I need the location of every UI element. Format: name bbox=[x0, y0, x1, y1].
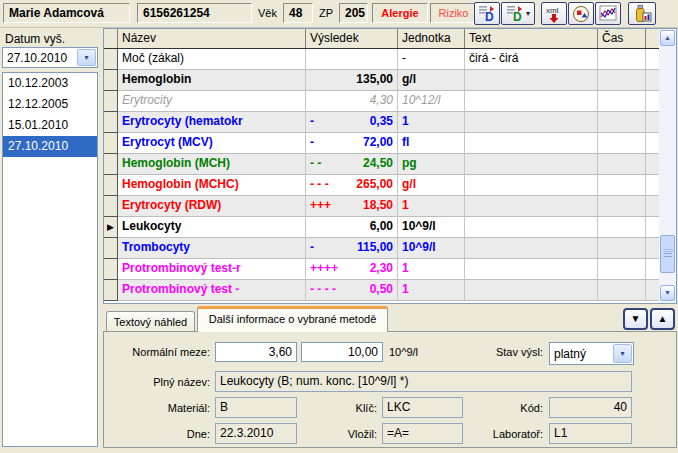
result-name-cell[interactable]: Hemoglobin (MCH) bbox=[118, 154, 306, 175]
result-unit-cell[interactable]: g/l bbox=[398, 175, 465, 196]
status-combobox[interactable]: platný ▾ bbox=[549, 342, 634, 365]
header-text[interactable]: Text bbox=[465, 29, 598, 48]
result-text-cell[interactable] bbox=[465, 238, 598, 259]
result-name-cell[interactable]: Protrombinový test-r bbox=[118, 259, 306, 280]
expand-panel-button[interactable]: ▲ bbox=[650, 308, 675, 330]
date-list-item[interactable]: 27.10.2010 bbox=[3, 136, 97, 157]
result-text-cell[interactable] bbox=[465, 280, 598, 301]
allergy-indicator[interactable]: Alergie bbox=[372, 3, 428, 23]
normal-range-high-input[interactable]: 10,00 bbox=[301, 342, 383, 362]
normal-range-low-input[interactable]: 3,60 bbox=[215, 342, 297, 362]
result-text-cell[interactable] bbox=[465, 154, 598, 175]
table-row[interactable]: Protrombinový test -- - - -0,501 bbox=[104, 280, 659, 301]
result-time-cell[interactable] bbox=[598, 70, 646, 91]
result-unit-cell[interactable]: 1 bbox=[398, 280, 465, 301]
results-scrollbar[interactable]: ▲ ▼ bbox=[659, 29, 676, 303]
result-name-cell[interactable]: Moč (zákal) bbox=[118, 49, 306, 70]
table-row[interactable]: Hemoglobin135,00g/l bbox=[104, 70, 659, 91]
table-row[interactable]: Moč (zákal)-čirá - čirá bbox=[104, 49, 659, 70]
lab-field[interactable]: L1 bbox=[549, 423, 632, 444]
result-text-cell[interactable] bbox=[465, 133, 598, 154]
result-value-cell[interactable]: - - - -0,50 bbox=[306, 280, 398, 301]
row-selector[interactable] bbox=[104, 175, 118, 196]
report-d-blue-button[interactable]: D bbox=[474, 2, 500, 25]
row-selector[interactable] bbox=[104, 49, 118, 70]
code-field[interactable]: 40 bbox=[549, 397, 632, 418]
result-unit-cell[interactable]: - bbox=[398, 49, 465, 70]
risk-indicator[interactable]: Riziko bbox=[430, 3, 477, 23]
result-value-cell[interactable] bbox=[306, 49, 398, 70]
result-time-cell[interactable] bbox=[598, 112, 646, 133]
header-nazev[interactable]: Název bbox=[118, 29, 306, 48]
row-selector[interactable] bbox=[104, 238, 118, 259]
result-value-cell[interactable]: -115,00 bbox=[306, 238, 398, 259]
image-diagram-button[interactable] bbox=[568, 2, 594, 25]
result-time-cell[interactable] bbox=[598, 154, 646, 175]
date-field[interactable]: 22.3.2010 bbox=[215, 423, 297, 444]
result-time-cell[interactable] bbox=[598, 133, 646, 154]
table-row[interactable]: Erytrocyt (MCV)-72,00fl bbox=[104, 133, 659, 154]
table-row[interactable]: Erytrocyty (RDW)+++18,501 bbox=[104, 196, 659, 217]
scroll-down-icon[interactable]: ▼ bbox=[660, 285, 675, 301]
result-time-cell[interactable] bbox=[598, 280, 646, 301]
result-unit-cell[interactable]: 10^12/l bbox=[398, 91, 465, 112]
result-name-cell[interactable]: Hemoglobin (MCHC) bbox=[118, 175, 306, 196]
row-selector[interactable] bbox=[104, 70, 118, 91]
result-value-cell[interactable]: 4,30 bbox=[306, 91, 398, 112]
scroll-up-icon[interactable]: ▲ bbox=[660, 30, 675, 46]
date-list[interactable]: 10.12.200312.12.200515.01.201027.10.2010 bbox=[2, 72, 98, 447]
table-row[interactable]: Hemoglobin (MCHC)- - -265,00g/l bbox=[104, 175, 659, 196]
row-selector[interactable] bbox=[104, 259, 118, 280]
result-value-cell[interactable]: -0,35 bbox=[306, 112, 398, 133]
result-unit-cell[interactable]: 10^9/l bbox=[398, 238, 465, 259]
result-unit-cell[interactable]: 1 bbox=[398, 112, 465, 133]
date-list-item[interactable]: 12.12.2005 bbox=[3, 94, 97, 115]
result-time-cell[interactable] bbox=[598, 196, 646, 217]
result-value-cell[interactable]: - -24,50 bbox=[306, 154, 398, 175]
table-row[interactable]: Protrombinový test-r++++2,301 bbox=[104, 259, 659, 280]
date-combobox[interactable]: 27.10.2010 ▾ bbox=[2, 47, 98, 68]
result-value-cell[interactable]: ++++2,30 bbox=[306, 259, 398, 280]
report-d-green-menu-button[interactable]: D ▾ bbox=[501, 2, 535, 25]
result-time-cell[interactable] bbox=[598, 175, 646, 196]
result-time-cell[interactable] bbox=[598, 91, 646, 112]
row-selector[interactable] bbox=[104, 280, 118, 301]
current-row-marker-icon[interactable]: ▶ bbox=[104, 217, 118, 238]
line-chart-button[interactable] bbox=[595, 2, 621, 25]
entered-by-field[interactable]: =A= bbox=[382, 423, 463, 444]
result-text-cell[interactable] bbox=[465, 70, 598, 91]
header-vysledek[interactable]: Výsledek bbox=[306, 29, 398, 48]
header-cas[interactable]: Čas bbox=[598, 29, 646, 48]
result-name-cell[interactable]: Leukocyty bbox=[118, 217, 306, 238]
xml-export-button[interactable]: xml bbox=[541, 2, 567, 25]
full-name-field[interactable]: Leukocyty (B; num. konc. [10^9/l] *) bbox=[215, 371, 632, 392]
result-unit-cell[interactable]: fl bbox=[398, 133, 465, 154]
result-name-cell[interactable]: Erytrocyty (hematokr bbox=[118, 112, 306, 133]
row-selector[interactable] bbox=[104, 154, 118, 175]
collapse-panel-button[interactable]: ▼ bbox=[623, 308, 648, 330]
result-name-cell[interactable]: Erytrocyty (RDW) bbox=[118, 196, 306, 217]
result-name-cell[interactable]: Hemoglobin bbox=[118, 70, 306, 91]
material-field[interactable]: B bbox=[215, 397, 297, 418]
result-text-cell[interactable]: čirá - čirá bbox=[465, 49, 598, 70]
chevron-down-icon[interactable]: ▾ bbox=[77, 49, 96, 66]
result-text-cell[interactable] bbox=[465, 259, 598, 280]
key-field[interactable]: LKC bbox=[382, 397, 463, 418]
lab-sample-chart-button[interactable] bbox=[628, 2, 656, 25]
result-text-cell[interactable] bbox=[465, 217, 598, 238]
date-list-item[interactable]: 10.12.2003 bbox=[3, 73, 97, 94]
result-name-cell[interactable]: Protrombinový test - bbox=[118, 280, 306, 301]
result-value-cell[interactable]: -72,00 bbox=[306, 133, 398, 154]
result-text-cell[interactable] bbox=[465, 196, 598, 217]
result-name-cell[interactable]: Trombocyty bbox=[118, 238, 306, 259]
table-row[interactable]: Trombocyty-115,0010^9/l bbox=[104, 238, 659, 259]
result-unit-cell[interactable]: 10^9/l bbox=[398, 217, 465, 238]
result-unit-cell[interactable]: pg bbox=[398, 154, 465, 175]
result-name-cell[interactable]: Erytrocity bbox=[118, 91, 306, 112]
result-time-cell[interactable] bbox=[598, 259, 646, 280]
result-text-cell[interactable] bbox=[465, 112, 598, 133]
result-time-cell[interactable] bbox=[598, 49, 646, 70]
result-time-cell[interactable] bbox=[598, 238, 646, 259]
tab-textovy-nahled[interactable]: Textový náhled bbox=[106, 311, 195, 332]
table-row[interactable]: ▶Leukocyty6,0010^9/l bbox=[104, 217, 659, 238]
